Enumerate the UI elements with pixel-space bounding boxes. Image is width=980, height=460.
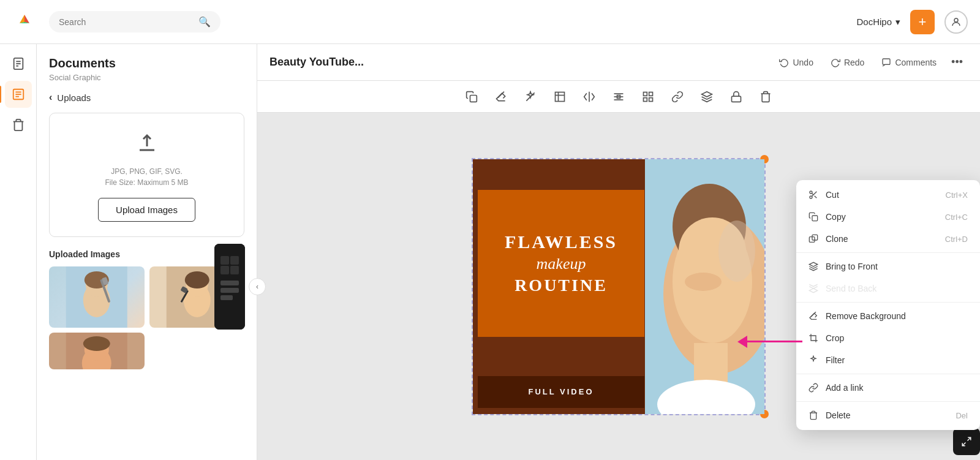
svg-rect-40 xyxy=(644,92,647,96)
cut-label: Cut xyxy=(826,190,839,200)
cut-shortcut: Ctrl+X xyxy=(946,190,968,200)
context-menu-clone[interactable]: Clone Ctrl+D xyxy=(796,228,980,250)
copy-label: Copy xyxy=(826,212,846,222)
send-to-back-label: Send to Back xyxy=(826,284,876,293)
canvas-toolbar: Beauty YouTube... Undo Redo xyxy=(257,44,980,81)
collapse-arrow-icon: ‹ xyxy=(256,282,258,291)
logo[interactable] xyxy=(12,10,37,34)
tool-delete[interactable] xyxy=(756,87,775,107)
canvas-area: Beauty YouTube... Undo Redo xyxy=(257,44,980,460)
sidebar-item-trash[interactable] xyxy=(5,111,32,138)
sidebar-item-text[interactable] xyxy=(5,81,32,108)
crop-label: Crop xyxy=(826,333,844,343)
svg-marker-72 xyxy=(809,288,817,293)
search-bar[interactable]: 🔍 xyxy=(49,11,221,32)
panel-subtitle: Social Graphic xyxy=(49,73,244,82)
svg-rect-32 xyxy=(556,92,565,101)
context-menu-bring-to-front[interactable]: Bring to Front xyxy=(796,255,980,277)
add-link-label: Add a link xyxy=(826,383,863,393)
svg-marker-71 xyxy=(809,262,817,266)
svg-marker-44 xyxy=(702,91,712,96)
svg-rect-68 xyxy=(812,216,818,221)
tool-lock[interactable] xyxy=(726,87,746,107)
brand-label: DocHipo xyxy=(856,17,892,27)
full-video-bar: FULL VIDEO xyxy=(478,376,644,408)
svg-rect-43 xyxy=(649,97,653,101)
back-arrow-icon: ‹ xyxy=(49,92,52,103)
upload-images-button[interactable]: Upload Images xyxy=(98,198,195,222)
dochipo-dropdown[interactable]: DocHipo ▾ xyxy=(856,17,900,28)
brand-chevron-icon: ▾ xyxy=(895,17,900,28)
svg-line-31 xyxy=(526,92,534,100)
text-full-video: FULL VIDEO xyxy=(528,387,594,396)
tool-link[interactable] xyxy=(668,87,687,107)
tool-transform[interactable] xyxy=(550,87,570,107)
tool-align[interactable] xyxy=(609,87,628,107)
sidebar-item-document[interactable] xyxy=(5,50,32,77)
context-menu-remove-bg[interactable]: Remove Background xyxy=(796,305,980,327)
user-button[interactable] xyxy=(944,10,968,34)
tool-grid[interactable] xyxy=(638,87,658,107)
undo-button[interactable]: Undo xyxy=(772,54,820,71)
context-menu-delete[interactable]: Delete Del xyxy=(796,404,980,426)
svg-line-74 xyxy=(968,437,971,440)
uploads-label: Uploads xyxy=(57,92,91,103)
tool-mirror[interactable] xyxy=(579,87,599,107)
design-canvas: FLAWLESS makeup ROUTINE FULL VIDEO xyxy=(472,158,766,415)
arrow-head-icon xyxy=(737,336,747,348)
nav-right: DocHipo ▾ + xyxy=(856,10,968,34)
collapse-panel-button[interactable]: ‹ xyxy=(249,278,266,295)
copy-shortcut: Ctrl+C xyxy=(945,213,968,222)
svg-rect-28 xyxy=(883,59,890,64)
fullscreen-button[interactable] xyxy=(953,428,980,455)
context-menu-add-link[interactable]: Add a link xyxy=(796,377,980,399)
divider-3 xyxy=(796,374,980,374)
panel-title: Documents xyxy=(49,56,244,70)
divider-4 xyxy=(796,401,980,402)
svg-rect-49 xyxy=(221,266,229,274)
redo-button[interactable]: Redo xyxy=(823,54,872,71)
context-menu-filter[interactable]: Filter xyxy=(796,349,980,371)
context-menu-send-to-back[interactable]: Send to Back xyxy=(796,277,980,300)
divider-1 xyxy=(796,252,980,253)
tool-layers[interactable] xyxy=(697,87,717,107)
tool-magic[interactable] xyxy=(521,87,540,107)
context-menu-copy[interactable]: Copy Ctrl+C xyxy=(796,206,980,228)
main-layout: Documents Social Graphic ‹ Uploads JPG, … xyxy=(0,44,980,460)
svg-line-67 xyxy=(812,193,813,195)
more-options-button[interactable]: ••• xyxy=(946,52,968,72)
upload-info: JPG, PNG, GIF, SVG. File Size: Maximum 5… xyxy=(105,166,188,188)
text-flawless: FLAWLESS xyxy=(505,232,617,252)
svg-rect-50 xyxy=(230,266,239,274)
more-icon: ••• xyxy=(951,56,963,68)
svg-rect-42 xyxy=(644,97,647,101)
context-menu-cut[interactable]: Cut Ctrl+X xyxy=(796,184,980,206)
uploads-header[interactable]: ‹ Uploads xyxy=(49,92,244,103)
comments-label: Comments xyxy=(895,58,937,67)
svg-rect-53 xyxy=(221,295,233,300)
comments-button[interactable]: Comments xyxy=(874,54,944,71)
tool-copy[interactable] xyxy=(462,87,481,107)
tool-eraser[interactable] xyxy=(491,87,511,107)
svg-rect-45 xyxy=(732,96,741,102)
divider-2 xyxy=(796,302,980,303)
context-menu-crop[interactable]: Crop xyxy=(796,327,980,349)
svg-point-27 xyxy=(83,336,110,351)
uploaded-image-3[interactable] xyxy=(49,333,145,369)
svg-rect-29 xyxy=(470,95,477,102)
undo-label: Undo xyxy=(793,58,813,67)
svg-rect-41 xyxy=(649,92,653,96)
bring-to-front-label: Bring to Front xyxy=(826,262,878,271)
svg-point-63 xyxy=(810,191,812,194)
doc-title: Beauty YouTube... xyxy=(270,56,364,69)
arrow-line xyxy=(747,341,802,342)
top-nav: 🔍 DocHipo ▾ + xyxy=(0,0,980,44)
add-button[interactable]: + xyxy=(910,10,935,34)
redo-label: Redo xyxy=(844,58,864,67)
text-routine: ROUTINE xyxy=(514,276,608,295)
search-input[interactable] xyxy=(59,17,194,27)
device-widget xyxy=(214,244,245,330)
uploaded-image-1[interactable] xyxy=(49,266,145,328)
svg-line-75 xyxy=(962,443,965,446)
upload-box: JPG, PNG, GIF, SVG. File Size: Maximum 5… xyxy=(49,113,244,237)
